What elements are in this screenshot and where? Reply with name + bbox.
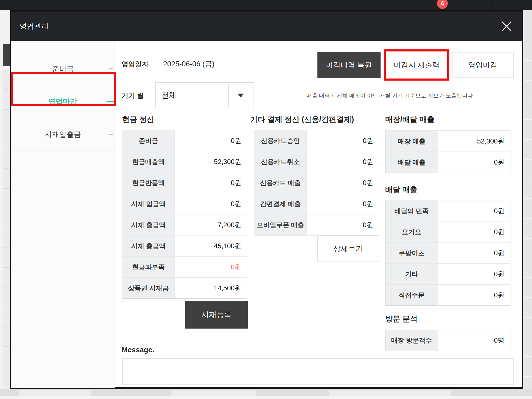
- row-label: 준비금: [122, 130, 175, 151]
- row-label: 신용카드승인: [254, 130, 307, 151]
- background-table-rows-right: [524, 10, 532, 389]
- sidebar-item-reserve[interactable]: 준비금: [11, 53, 115, 85]
- row-value: 0원: [175, 130, 247, 151]
- table-row: 요기요 0원: [385, 221, 510, 242]
- message-input[interactable]: [122, 358, 514, 385]
- row-label: 기타: [385, 264, 438, 284]
- table-row: 간편결제 매출 0원: [254, 193, 379, 214]
- row-label: 현금매출액: [122, 151, 175, 172]
- row-label: 시재 출금액: [122, 214, 175, 235]
- business-date-value: 2025-06-06 (금): [163, 59, 215, 69]
- store-delivery-title: 매장/배달 매출: [385, 114, 435, 125]
- row-label: 배달의 민족: [385, 200, 438, 221]
- restore-closing-button[interactable]: 마감내역 복원: [317, 52, 381, 78]
- sidebar-item-label: 준비금: [52, 64, 74, 74]
- table-row: 현금과부족 0원: [122, 256, 247, 277]
- row-value: 7,200원: [175, 214, 247, 235]
- active-dash-indicator-icon: [107, 101, 114, 102]
- delivery-sales-title: 배달 매출: [385, 185, 417, 195]
- row-value: 0원: [307, 130, 379, 151]
- background-bottom-segment: [171, 390, 256, 396]
- modal-sidebar: 준비금 영업마감 시재입출금: [11, 41, 115, 388]
- row-label: 모바일쿠폰 매출: [254, 214, 307, 235]
- table-row: 신용카드승인 0원: [254, 130, 379, 151]
- visit-analysis-title: 방문 분석: [385, 314, 417, 324]
- table-row: 모바일쿠폰 매출 0원: [254, 214, 379, 235]
- row-label: 매장 방문객수: [385, 330, 438, 351]
- row-label: 시재 총금액: [122, 236, 175, 256]
- background-bottom-segment: [19, 390, 91, 396]
- table-row: 현금반품액 0원: [122, 172, 247, 193]
- row-value: 0원: [438, 221, 510, 242]
- close-icon: [501, 20, 513, 32]
- row-label: 매장 매출: [385, 131, 438, 152]
- row-label: 직접주문: [385, 285, 438, 305]
- register-cash-button[interactable]: 시재등록: [185, 301, 248, 329]
- dropdown-divider: [228, 83, 229, 108]
- modal-header: 영업관리: [11, 11, 522, 41]
- store-delivery-table: 매장 매출 52,300원 배달 매출 0원: [385, 130, 510, 173]
- visit-analysis-table: 매장 방문객수 0명: [385, 330, 510, 351]
- table-row: 기타 0원: [385, 263, 510, 284]
- row-value-danger: 0원: [175, 257, 247, 277]
- business-date-label: 영업일자: [122, 59, 149, 69]
- table-row: 시재 출금액 7,200원: [122, 214, 247, 235]
- device-notice-text: 매출 내역은 전체 매장이 아닌 개별 기기 기준으로 정보가 노출됩니다: [307, 90, 473, 101]
- row-label: 요기요: [385, 221, 438, 242]
- dash-indicator-icon: [109, 134, 113, 135]
- row-value: 52,300원: [438, 131, 510, 152]
- delivery-sales-table: 배달의 민족 0원 요기요 0원 쿠팡이츠 0원 기타 0원 직접주문 0원: [385, 200, 510, 306]
- row-value: 14,500원: [175, 278, 247, 298]
- row-label: 신용카드 매출: [254, 172, 307, 193]
- sidebar-item-cash-in-out[interactable]: 시재입출금: [11, 118, 115, 151]
- sidebar-item-label: 영업마감: [48, 97, 77, 107]
- table-row: 시재 총금액 45,100원: [122, 235, 247, 256]
- other-payment-table: 신용카드승인 0원 신용카드취소 0원 신용카드 매출 0원 간편결제 매출 0…: [254, 130, 379, 236]
- row-value: 0원: [438, 285, 510, 305]
- sidebar-item-sales-closing[interactable]: 영업마감: [11, 85, 115, 118]
- background-partial-button: [3, 44, 10, 66]
- table-row: 신용카드 매출 0원: [254, 172, 379, 193]
- background-table-rows-left: [3, 70, 10, 387]
- row-value: 0원: [307, 172, 379, 193]
- close-button[interactable]: [499, 18, 514, 34]
- row-value: 0명: [438, 330, 510, 351]
- row-label: 배달 매출: [385, 152, 438, 173]
- table-row: 시재 입금액 0원: [122, 193, 247, 214]
- chevron-down-icon: [238, 94, 244, 97]
- background-bottom-segment: [329, 390, 451, 396]
- table-row: 상품권 시재금 14,500원: [122, 277, 247, 298]
- view-details-button[interactable]: 상세보기: [317, 235, 379, 262]
- device-select-value: 전체: [161, 83, 176, 108]
- row-label: 시재 입금액: [122, 193, 175, 214]
- row-value: 0원: [307, 214, 379, 235]
- device-select-dropdown[interactable]: 전체: [155, 82, 254, 108]
- row-value: 0원: [438, 243, 510, 263]
- reprint-closing-slip-button[interactable]: 마감지 재출력: [387, 52, 446, 78]
- background-topbar: [0, 0, 532, 10]
- row-value: 0원: [175, 193, 247, 214]
- table-row: 배달의 민족 0원: [385, 200, 510, 221]
- table-row: 현금매출액 52,300원: [122, 151, 247, 172]
- modal-title: 영업관리: [20, 11, 49, 41]
- background-row-lines: [524, 41, 532, 379]
- background-bottom-area: [0, 396, 532, 399]
- row-label: 상품권 시재금: [122, 278, 175, 298]
- row-label: 쿠팡이츠: [385, 243, 438, 263]
- row-value: 0원: [307, 151, 379, 172]
- table-row: 배달 매출 0원: [385, 152, 510, 173]
- row-value: 0원: [175, 172, 247, 193]
- table-row: 준비금 0원: [122, 130, 247, 151]
- cash-settlement-title: 현금 정산: [122, 114, 154, 125]
- sales-management-modal: 영업관리 준비금 영업마감 시재입출금 영업일자 2025-06-06 (금) …: [10, 10, 523, 389]
- message-label: Message.: [122, 346, 154, 354]
- close-sales-button[interactable]: 영업마감: [452, 52, 514, 78]
- table-row: 신용카드취소 0원: [254, 151, 379, 172]
- row-value: 52,300원: [175, 151, 247, 172]
- dash-indicator-icon: [109, 68, 113, 69]
- row-label: 현금반품액: [122, 172, 175, 193]
- topbar-divider: [492, 0, 492, 10]
- cash-settlement-table: 준비금 0원 현금매출액 52,300원 현금반품액 0원 시재 입금액 0원 …: [122, 130, 247, 299]
- row-value: 0원: [438, 152, 510, 173]
- table-row: 매장 방문객수 0명: [385, 330, 510, 351]
